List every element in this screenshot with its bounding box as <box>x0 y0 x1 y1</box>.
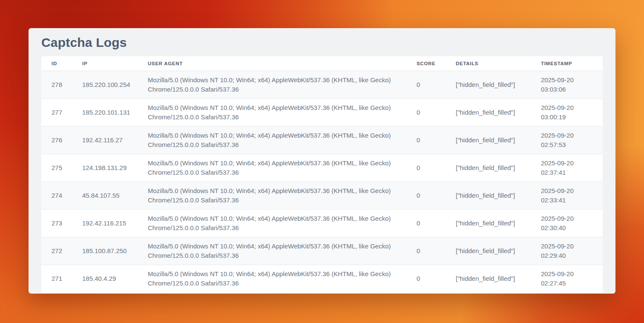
table-body: 278 185.220.100.254 Mozilla/5.0 (Windows… <box>41 71 603 293</box>
table-row: 276 192.42.116.27 Mozilla/5.0 (Windows N… <box>41 127 603 154</box>
cell-user-agent: Mozilla/5.0 (Windows NT 10.0; Win64; x64… <box>138 154 406 182</box>
cell-score: 0 <box>406 210 446 237</box>
cell-ip: 192.42.116.215 <box>72 210 138 237</box>
cell-score: 0 <box>406 99 446 127</box>
cell-score: 0 <box>406 71 446 99</box>
cell-score: 0 <box>406 237 446 265</box>
cell-ip: 185.220.101.131 <box>72 99 138 127</box>
cell-ip: 45.84.107.55 <box>72 182 138 210</box>
cell-user-agent: Mozilla/5.0 (Windows NT 10.0; Win64; x64… <box>138 210 406 237</box>
cell-details: ["hidden_field_filled"] <box>446 210 531 237</box>
cell-details: ["hidden_field_filled"] <box>446 237 531 265</box>
cell-timestamp: 2025-09-20 03:03:06 <box>531 71 603 99</box>
cell-score: 0 <box>406 265 446 293</box>
cell-timestamp: 2025-09-20 02:33:41 <box>531 182 603 210</box>
cell-id: 275 <box>41 154 72 182</box>
page-title: Captcha Logs <box>41 35 603 50</box>
cell-timestamp: 2025-09-20 02:29:40 <box>531 237 603 265</box>
cell-user-agent: Mozilla/5.0 (Windows NT 10.0; Win64; x64… <box>138 71 406 99</box>
table-row: 277 185.220.101.131 Mozilla/5.0 (Windows… <box>41 99 603 127</box>
cell-ip: 185.40.4.29 <box>72 265 138 293</box>
cell-details: ["hidden_field_filled"] <box>446 182 531 210</box>
captcha-logs-table: ID IP USER AGENT SCORE DETAILS TIMESTAMP… <box>41 56 603 293</box>
cell-id: 274 <box>41 182 72 210</box>
cell-score: 0 <box>406 182 446 210</box>
cell-details: ["hidden_field_filled"] <box>446 127 531 154</box>
table-row: 273 192.42.116.215 Mozilla/5.0 (Windows … <box>41 210 603 237</box>
table-row: 271 185.40.4.29 Mozilla/5.0 (Windows NT … <box>41 265 603 293</box>
table-header: ID IP USER AGENT SCORE DETAILS TIMESTAMP <box>41 56 603 71</box>
table-row: 278 185.220.100.254 Mozilla/5.0 (Windows… <box>41 71 603 99</box>
cell-user-agent: Mozilla/5.0 (Windows NT 10.0; Win64; x64… <box>138 99 406 127</box>
cell-id: 278 <box>41 71 72 99</box>
logs-table-container: ID IP USER AGENT SCORE DETAILS TIMESTAMP… <box>41 56 603 293</box>
cell-details: ["hidden_field_filled"] <box>446 71 531 99</box>
cell-id: 276 <box>41 127 72 154</box>
cell-score: 0 <box>406 127 446 154</box>
cell-user-agent: Mozilla/5.0 (Windows NT 10.0; Win64; x64… <box>138 127 406 154</box>
cell-id: 273 <box>41 210 72 237</box>
captcha-logs-card: Captcha Logs ID IP USER AGENT SCORE DETA… <box>29 28 615 294</box>
cell-id: 272 <box>41 237 72 265</box>
column-header-id: ID <box>41 56 72 71</box>
cell-timestamp: 2025-09-20 02:30:40 <box>531 210 603 237</box>
cell-timestamp: 2025-09-20 02:57:53 <box>531 127 603 154</box>
cell-timestamp: 2025-09-20 02:27:45 <box>531 265 603 293</box>
cell-ip: 124.198.131.29 <box>72 154 138 182</box>
cell-timestamp: 2025-09-20 03:00:19 <box>531 99 603 127</box>
table-row: 272 185.100.87.250 Mozilla/5.0 (Windows … <box>41 237 603 265</box>
page-background: Captcha Logs ID IP USER AGENT SCORE DETA… <box>0 0 644 323</box>
column-header-score: SCORE <box>406 56 446 71</box>
cell-ip: 185.220.100.254 <box>72 71 138 99</box>
cell-user-agent: Mozilla/5.0 (Windows NT 10.0; Win64; x64… <box>138 182 406 210</box>
cell-id: 271 <box>41 265 72 293</box>
cell-details: ["hidden_field_filled"] <box>446 154 531 182</box>
column-header-details: DETAILS <box>446 56 531 71</box>
column-header-ip: IP <box>72 56 138 71</box>
column-header-user-agent: USER AGENT <box>138 56 406 71</box>
cell-user-agent: Mozilla/5.0 (Windows NT 10.0; Win64; x64… <box>138 265 406 293</box>
table-row: 274 45.84.107.55 Mozilla/5.0 (Windows NT… <box>41 182 603 210</box>
cell-timestamp: 2025-09-20 02:37:41 <box>531 154 603 182</box>
cell-details: ["hidden_field_filled"] <box>446 265 531 293</box>
cell-user-agent: Mozilla/5.0 (Windows NT 10.0; Win64; x64… <box>138 237 406 265</box>
cell-ip: 192.42.116.27 <box>72 127 138 154</box>
table-row: 275 124.198.131.29 Mozilla/5.0 (Windows … <box>41 154 603 182</box>
cell-id: 277 <box>41 99 72 127</box>
cell-ip: 185.100.87.250 <box>72 237 138 265</box>
column-header-timestamp: TIMESTAMP <box>531 56 603 71</box>
cell-details: ["hidden_field_filled"] <box>446 99 531 127</box>
cell-score: 0 <box>406 154 446 182</box>
